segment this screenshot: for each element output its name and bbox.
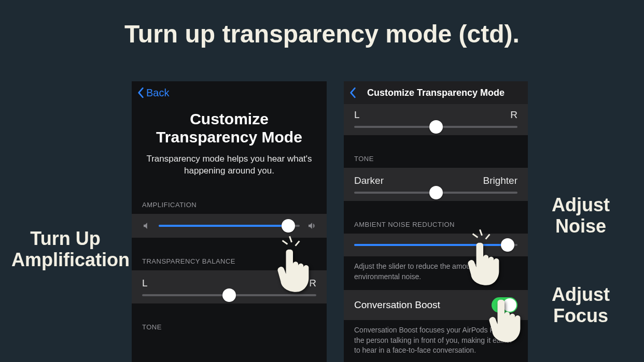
volume-high-icon: [307, 221, 316, 230]
conversation-boost-description: Conversation Boost focuses your AirPods …: [344, 320, 528, 362]
tone-header-left: TONE: [132, 315, 327, 331]
tap-burst-icon: [283, 239, 299, 255]
chevron-left-icon: [349, 87, 356, 98]
slide-title: Turn up transparency mode (ctd).: [0, 20, 644, 48]
nav-title: Customize Transparency Mode: [344, 88, 528, 98]
nav-bar: Customize Transparency Mode: [344, 81, 528, 104]
back-button[interactable]: [349, 87, 356, 98]
tap-burst-icon: [473, 233, 489, 248]
hero-block: Customize Transparency Mode Transparency…: [132, 104, 327, 193]
back-label: Back: [146, 87, 169, 99]
noise-slider[interactable]: [354, 244, 517, 246]
volume-low-icon: [142, 221, 151, 230]
amplification-cell: [132, 214, 327, 238]
tone-slider[interactable]: [354, 192, 517, 194]
settings-screen-right: Customize Transparency Mode L R TONE Dar…: [344, 81, 528, 362]
conversation-boost-row: Conversation Boost: [344, 290, 528, 320]
page-title: Customize Transparency Mode: [144, 110, 314, 146]
tone-left-label: Darker: [354, 175, 384, 186]
balance-cell: L R: [132, 270, 327, 303]
lr-left-label: L: [354, 109, 360, 121]
lr-cell: L R: [344, 104, 528, 135]
amplification-slider[interactable]: [159, 225, 300, 227]
page-subtitle: Transparency mode helps you hear what's …: [144, 153, 314, 177]
balance-right-label: R: [309, 278, 316, 289]
settings-screen-left: Back Customize Transparency Mode Transpa…: [132, 81, 327, 362]
tone-cell: Darker Brighter: [344, 168, 528, 201]
noise-cell: [344, 234, 528, 256]
noise-header: AMBIENT NOISE REDUCTION: [344, 212, 528, 234]
chevron-left-icon: [137, 87, 144, 98]
balance-left-label: L: [142, 278, 148, 289]
lr-right-label: R: [510, 109, 517, 121]
amplification-header: AMPLIFICATION: [132, 193, 327, 214]
noise-description: Adjust the slider to reduce the amount o…: [344, 256, 528, 290]
nav-bar: Back: [132, 81, 327, 104]
annotation-focus: Adjust Focus: [539, 284, 622, 327]
lr-slider[interactable]: [354, 126, 517, 128]
balance-slider[interactable]: [142, 294, 316, 296]
tone-header: TONE: [344, 147, 528, 168]
conversation-boost-toggle[interactable]: [492, 297, 517, 313]
annotation-amplification: Turn Up Amplification: [11, 228, 119, 271]
tone-right-label: Brighter: [483, 175, 517, 186]
annotation-noise: Adjust Noise: [539, 194, 622, 237]
conversation-boost-label: Conversation Boost: [354, 299, 440, 311]
back-button[interactable]: Back: [137, 87, 169, 99]
